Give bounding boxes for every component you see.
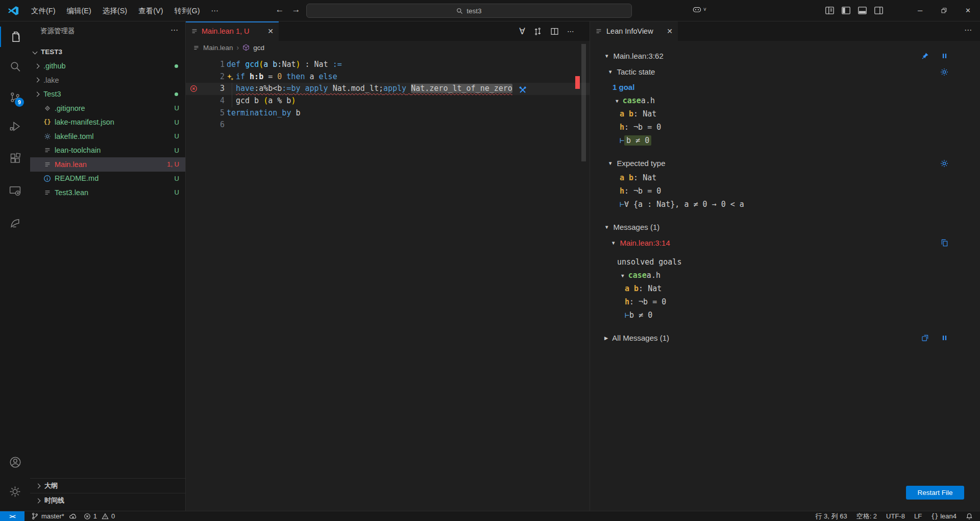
source-control-icon[interactable]: 9 [0,85,30,109]
menu-item-4[interactable]: 转到(G) [169,4,206,18]
code-line-4[interactable]: 4gcd b (a % b) [186,95,590,107]
menu-item-3[interactable]: 查看(V) [133,4,168,18]
infoview-row-13[interactable]: ▼Messages (1) [590,219,980,235]
minimize-button[interactable]: ─ [908,0,932,21]
split-editor-icon[interactable] [550,27,559,36]
close-button[interactable]: ✕ [956,0,980,21]
encoding[interactable]: UTF-8 [886,512,905,520]
tree-item-.lake[interactable]: .lake [30,73,185,87]
code-line-1[interactable]: 1def gcd(a b:Nat) : Nat := [186,59,590,71]
menu-item-2[interactable]: 选择(S) [97,4,133,18]
collapse-arrow-icon[interactable]: ▼ [608,69,612,75]
copy-icon[interactable] [940,239,948,247]
expand-arrow-icon[interactable]: ▶ [604,335,608,341]
code-line-2[interactable]: 2if h:b = 0 then a else [186,71,590,83]
collapse-arrow-icon[interactable]: ▼ [604,53,609,59]
toggle-sidebar-icon[interactable] [841,6,851,15]
infoview-row-17: a b : Nat [590,282,980,295]
collapse-arrow-icon[interactable]: ▼ [608,160,612,166]
restart-file-button[interactable]: Restart File [906,486,964,500]
menu-more[interactable]: ⋯ [205,4,224,18]
infoview-more-actions[interactable]: ⋯ [964,26,972,35]
more-actions-icon[interactable]: ⋯ [567,27,574,35]
pause-icon[interactable] [940,52,948,60]
tab-close-icon[interactable]: ✕ [267,27,274,35]
code-area[interactable]: 1def gcd(a b:Nat) : Nat :=2if h:b = 0 th… [186,54,590,511]
remote-indicator[interactable]: >< [0,511,24,521]
infoview-row-1[interactable]: ▼Tactic state [590,64,980,80]
symbol-namespace-icon [242,44,250,51]
tree-item-.gitignore[interactable]: .gitignoreU [30,101,185,115]
nav-back-arrow[interactable]: ← [274,5,286,15]
pin-icon[interactable] [921,52,929,60]
activity-bar: 9 [0,21,30,511]
tree-item-lean-toolchain[interactable]: lean-toolchainU [30,144,185,158]
tree-item-Test3[interactable]: Test3 [30,87,185,102]
toggle-secondary-sidebar-icon[interactable] [874,6,884,15]
code-action-wrench-icon[interactable] [519,86,527,94]
tree-item-.github[interactable]: .github [30,59,185,74]
infoview-row-9: a b : Nat [590,171,980,184]
tree-item-Test3.lean[interactable]: Test3.leanU [30,185,185,200]
pause-icon[interactable] [940,334,948,342]
search-sidebar-icon[interactable] [0,54,30,79]
cursor-position[interactable]: 行 3, 列 63 [815,512,847,521]
code-line-3[interactable]: 3have:a%b<b:=by apply Nat.mod_lt;apply N… [186,83,590,95]
tree-item-lakefile.toml[interactable]: lakefile.tomlU [30,129,185,144]
collapse-arrow-icon[interactable]: ▼ [604,224,609,230]
gear-icon[interactable] [940,68,948,76]
open-changes-icon[interactable] [533,27,542,36]
timeline-section[interactable]: 时间线 [30,493,185,508]
outline-section[interactable]: 大纲 [30,478,185,493]
tree-item-README.md[interactable]: README.mdU [30,172,185,186]
restore-button[interactable] [932,0,956,21]
breadcrumb-symbol[interactable]: gcd [253,44,264,52]
infoview-row-3: ▼case a.h [590,94,980,107]
problems-item[interactable]: 1 0 [84,512,115,520]
infoview-row-14[interactable]: ▼Main.lean:3:14 [590,235,980,251]
extensions-icon[interactable] [0,146,30,171]
customize-layout-icon[interactable] [825,6,835,15]
code-line-6[interactable]: 6 [186,119,590,131]
modified-dot-badge [175,64,178,68]
indentation[interactable]: 空格: 2 [856,512,877,521]
account-icon[interactable] [0,450,30,475]
error-circle-icon [84,513,91,520]
remote-explorer-icon[interactable] [0,178,30,203]
tab-lean-infoview[interactable]: Lean InfoView ✕ [590,21,678,41]
infoview-row-8[interactable]: ▼Expected type [590,155,980,171]
infoview-row-0[interactable]: ▼Main.lean:3:62 [590,48,980,64]
notifications-bell-icon[interactable] [966,513,973,520]
copilot-icon[interactable]: ˅ [692,5,706,14]
openw-icon[interactable] [921,334,929,342]
explorer-icon[interactable] [0,25,30,49]
collapse-arrow-icon[interactable]: ▼ [621,273,624,278]
toggle-panel-icon[interactable] [857,6,867,15]
tree-root[interactable]: TEST3 [30,45,185,59]
tab-label: Lean InfoView [606,27,653,35]
command-center-search[interactable]: test3 [306,4,632,18]
breadcrumb-file[interactable]: Main.lean [203,44,233,52]
git-branch-item[interactable]: master* [31,512,77,520]
collapse-arrow-icon[interactable]: ▼ [611,240,616,246]
tab-close-icon[interactable]: ✕ [667,27,673,35]
explorer-sidebar: 资源管理器 ⋯ TEST3.github.lakeTest3.gitignore… [30,21,186,511]
menu-item-1[interactable]: 编辑(E) [61,4,97,18]
lean-extension-icon[interactable] [0,211,30,235]
tab-main-lean[interactable]: Main.lean 1, U ✕ [186,21,279,41]
code-line-5[interactable]: 5termination_by b [186,107,590,120]
menu-item-0[interactable]: 文件(F) [26,4,61,18]
run-debug-icon[interactable] [0,114,30,138]
settings-gear-icon[interactable] [0,479,30,504]
language-mode[interactable]: {} lean4 [931,512,957,520]
tree-item-lake-manifest.json[interactable]: {}lake-manifest.jsonU [30,115,185,130]
editor-scrollbar[interactable] [581,44,586,161]
eol[interactable]: LF [914,512,922,520]
tree-item-Main.lean[interactable]: Main.lean1, U [30,157,185,172]
lean-infoview-toggle-icon[interactable]: ∀ [519,26,525,36]
explorer-more-actions[interactable]: ⋯ [170,26,178,35]
collapse-arrow-icon[interactable]: ▼ [616,98,619,104]
nav-forward-arrow[interactable]: → [290,5,302,15]
infoview-row-21[interactable]: ▶All Messages (1) [590,330,980,346]
gear-icon[interactable] [940,159,948,168]
